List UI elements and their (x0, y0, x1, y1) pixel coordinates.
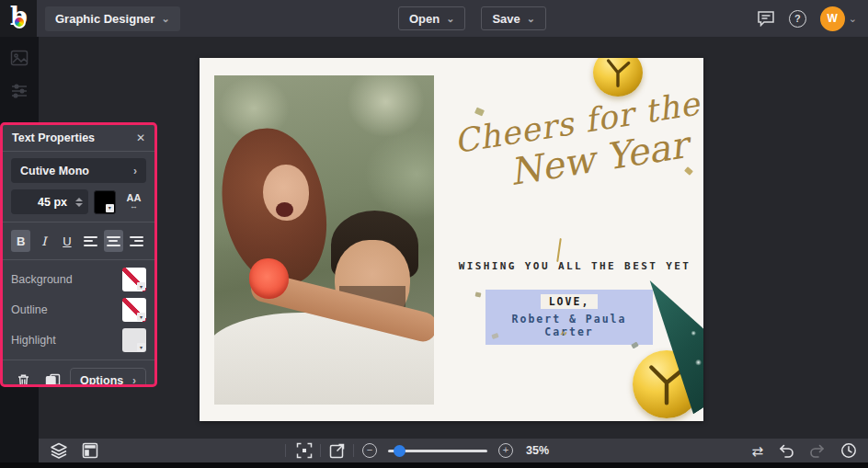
divider (3, 222, 154, 223)
photo-detail (249, 258, 289, 300)
font-size-stepper (73, 198, 86, 207)
love-text: LOVE, (541, 294, 599, 309)
swatch-dropdown-icon[interactable]: ▾ (137, 343, 145, 351)
letter-spacing-arrow-icon: ↔ (130, 202, 138, 211)
underline-button[interactable]: U (57, 230, 76, 252)
font-family-value: Cutive Mono (20, 165, 89, 177)
templates-layout-icon[interactable] (82, 442, 98, 459)
bottombar-right: ⇄ (751, 439, 857, 462)
undo-icon[interactable] (778, 443, 794, 458)
zoom-in-button[interactable]: + (498, 443, 513, 458)
size-color-row: 45 px ▾ AA ↔ (11, 189, 146, 214)
feedback-comment-icon[interactable] (757, 10, 775, 27)
chevron-down-icon: ⌄ (446, 14, 454, 24)
open-button-label: Open (409, 12, 440, 26)
letter-spacing-button[interactable]: AA ↔ (121, 189, 146, 214)
swatch-dropdown-icon[interactable]: ▾ (137, 282, 145, 291)
confetti-fleck (474, 107, 485, 116)
zoom-out-button[interactable]: − (362, 443, 377, 458)
delete-layer-button[interactable] (11, 369, 36, 388)
align-right-icon (130, 236, 143, 246)
befunky-logo[interactable]: b (0, 0, 37, 37)
gold-bell-decoration (593, 58, 643, 97)
stepper-down-icon[interactable] (75, 203, 83, 207)
layers-icon[interactable] (50, 442, 68, 459)
confetti-fleck (684, 166, 693, 176)
bottombar-left (50, 439, 98, 462)
swatch-dropdown-icon[interactable]: ▾ (106, 204, 114, 212)
divider (3, 360, 154, 360)
zoom-level-value: 35% (526, 444, 549, 457)
zoom-slider[interactable] (388, 450, 487, 452)
confetti-streamer (556, 238, 562, 262)
app-switcher-label: Graphic Designer (55, 12, 154, 26)
app-window: b Graphic Designer ⌄ Open ⌄ Save ⌄ (0, 0, 868, 468)
couple-photo[interactable] (214, 75, 434, 405)
app-switcher-menu[interactable]: Graphic Designer ⌄ (45, 6, 180, 31)
chevron-down-icon: ⌄ (161, 14, 169, 24)
chevron-down-icon: ⌄ (849, 14, 857, 24)
options-label: Options (80, 374, 123, 387)
align-right-button[interactable] (127, 230, 146, 252)
account-menu[interactable]: W ⌄ (820, 6, 857, 31)
highlight-color-swatch[interactable]: ▾ (122, 328, 146, 352)
bottom-toolbar: − + 35% ⇄ (39, 439, 868, 462)
background-row: Background ▾ (11, 268, 146, 291)
fit-to-screen-icon[interactable] (296, 442, 313, 459)
avatar: W (820, 6, 845, 31)
redo-icon[interactable] (809, 443, 826, 458)
zoom-slider-handle[interactable] (394, 445, 405, 457)
panel-title: Text Properties (12, 131, 95, 144)
bold-button[interactable]: B (11, 230, 30, 252)
align-center-icon (107, 236, 120, 246)
photo-detail (276, 202, 293, 217)
outline-label: Outline (11, 303, 48, 316)
text-color-swatch[interactable]: ▾ (94, 190, 116, 214)
adjust-sliders-icon[interactable] (10, 83, 29, 103)
logo-color-wheel-icon (13, 16, 26, 29)
text-properties-panel: Text Properties ✕ Cutive Mono › 45 px ▾ (0, 122, 157, 387)
font-size-input[interactable]: 45 px (11, 189, 88, 214)
stepper-up-icon[interactable] (75, 198, 83, 201)
help-icon[interactable]: ? (789, 10, 806, 28)
zoom-controls: − + 35% (362, 439, 549, 462)
background-label: Background (11, 273, 73, 286)
headline-script-text[interactable]: Cheers for the New Year (451, 86, 703, 199)
bottom-edge-strip (0, 462, 868, 468)
save-button[interactable]: Save ⌄ (481, 6, 546, 30)
highlight-label: Highlight (11, 334, 56, 347)
format-row: B I U (11, 230, 146, 252)
file-actions: Open ⌄ Save ⌄ (398, 6, 546, 30)
history-clock-icon[interactable] (840, 442, 857, 459)
save-button-label: Save (492, 12, 520, 26)
open-button[interactable]: Open ⌄ (398, 6, 465, 30)
topbar-right-icons: ? W ⌄ (757, 0, 857, 37)
panel-header: Text Properties ✕ (3, 125, 154, 152)
align-center-button[interactable] (104, 230, 123, 252)
design-canvas[interactable]: Cheers for the New Year WISHING YOU ALL … (200, 58, 703, 421)
background-color-swatch[interactable]: ▾ (122, 268, 146, 291)
confetti-fleck (475, 291, 482, 297)
minus-icon: − (367, 444, 372, 455)
divider (353, 444, 354, 457)
image-manager-icon[interactable] (10, 50, 29, 70)
divider (3, 259, 154, 260)
options-button[interactable]: Options › (70, 368, 146, 387)
outline-color-swatch[interactable]: ▾ (122, 298, 146, 322)
duplicate-layer-button[interactable] (40, 369, 65, 388)
divider (285, 444, 286, 457)
plus-icon: + (503, 444, 508, 455)
chevron-down-icon: ⌄ (527, 14, 535, 24)
font-family-selector[interactable]: Cutive Mono › (11, 158, 146, 183)
before-after-compare-icon[interactable]: ⇄ (751, 444, 763, 458)
swatch-dropdown-icon[interactable]: ▾ (137, 313, 145, 321)
italic-button[interactable]: I (34, 230, 53, 252)
outline-row: Outline ▾ (11, 298, 146, 322)
chevron-right-icon: › (132, 374, 136, 387)
preview-fullscreen-icon[interactable] (329, 442, 346, 459)
close-icon[interactable]: ✕ (136, 131, 145, 144)
align-left-button[interactable] (81, 230, 100, 252)
help-glyph: ? (794, 13, 801, 24)
panel-bottom-row: Options › (11, 368, 146, 387)
chevron-right-icon: › (133, 165, 137, 177)
